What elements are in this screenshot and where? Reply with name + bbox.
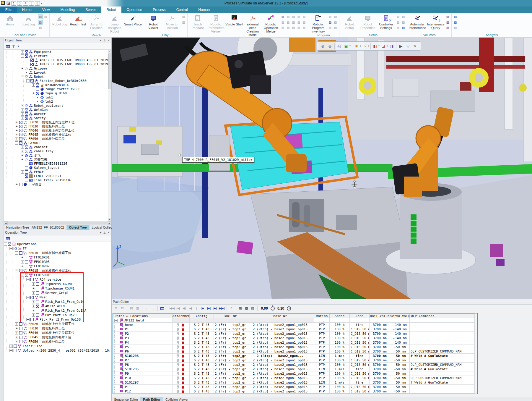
expander-icon[interactable]: − xyxy=(21,54,24,58)
expander-icon[interactable]: + xyxy=(21,117,24,120)
visibility-checkbox[interactable] xyxy=(19,121,22,124)
tree-item-FF040_[interactable]: +FF040''前地板上件定位焊工位 xyxy=(4,128,111,132)
visibility-checkbox[interactable] xyxy=(25,174,28,178)
expander-icon[interactable]: + xyxy=(21,170,24,174)
expander-icon[interactable]: + xyxy=(15,331,18,334)
ring-icon[interactable]: ▧ xyxy=(396,20,401,25)
tree-item-WeldGun[interactable]: +WeldGun xyxy=(4,108,111,112)
column-header-rail-value[interactable]: Rail Value xyxy=(370,314,390,318)
expander-icon[interactable]: − xyxy=(15,269,18,272)
tab-path-editor[interactable]: Path Editor xyxy=(141,397,163,401)
copy-location-icon[interactable]: ▥ xyxy=(135,305,140,311)
path-row-AM132_Weld[interactable]: −AM132_Weld... xyxy=(113,318,474,323)
robot-jog-small-icon[interactable]: ▧ xyxy=(280,20,285,25)
robot-setup-button[interactable]: Robot Setup xyxy=(341,13,358,30)
entity-box-icon[interactable]: ◧ xyxy=(372,43,378,49)
unmount-tool-icon[interactable]: ▧ xyxy=(43,14,48,19)
visibility-checkbox[interactable] xyxy=(19,137,22,140)
visibility-checkbox[interactable] xyxy=(25,75,28,78)
fwd-location-icon[interactable]: ▧ xyxy=(181,14,186,19)
tree-item-Layout[interactable]: Layout xyxy=(4,70,111,75)
tree-item-TipDress_XGUN1[interactable]: +TipDress_XGUN1 xyxy=(4,282,111,286)
tree-item-FF045_[interactable]: +FF045''前地板抓件补焊工位 xyxy=(4,335,111,339)
expander-icon[interactable]: + xyxy=(9,349,13,352)
smart-place-button[interactable]: Smart Place xyxy=(124,13,142,26)
simulation-time-value[interactable]: 0.00 xyxy=(259,306,270,311)
expander-icon[interactable]: + xyxy=(32,92,35,95)
zoom-out-icon[interactable]: ⊖ xyxy=(327,43,333,49)
tree-item-LAYOUT[interactable]: −LAYOUT xyxy=(4,141,111,145)
column-header-motion[interactable]: Motion xyxy=(314,314,330,318)
path-row-P10[interactable]: P10S 2 T 432 (Fr) - tcp2_grip12 (Rtcp) -… xyxy=(113,376,474,380)
interference-query-button[interactable]: ?Interference Query xyxy=(427,13,445,30)
tree-item-Saleen_layout[interactable]: Saleen_layout xyxy=(4,166,111,170)
robot-poses-icon[interactable]: ▧ xyxy=(38,20,43,25)
new-program-icon[interactable]: ▧ xyxy=(333,14,338,19)
tree-item-FENCE_20190321[interactable]: FENCE_20190321 xyxy=(4,174,111,178)
column-header-olp-commands[interactable]: OLP Commands xyxy=(410,314,474,318)
visibility-checkbox[interactable] xyxy=(19,141,22,145)
axis-robot-icon[interactable]: ▧ xyxy=(296,14,301,19)
move-to-location-button[interactable]: Move to Location xyxy=(163,13,180,30)
ribbon-tab-server[interactable]: Server xyxy=(80,7,101,13)
automatic-interference-button[interactable]: Automatic Interference xyxy=(409,13,426,30)
expander-icon[interactable]: + xyxy=(21,158,24,161)
tree-item-FFMESLINE20181226[interactable]: FFMESLINE20181226 xyxy=(4,161,111,166)
expander-icon[interactable]: + xyxy=(15,327,18,330)
tree-item-FF030_[interactable]: +FF030''前地板补焊工位 xyxy=(4,326,111,331)
path-row-5101293[interactable]: 5101293S 2 T 432 (Fr) - tcp2_grip12 (Rtc… xyxy=(113,354,474,358)
customize-columns-icon[interactable] xyxy=(160,305,165,311)
gear-clock-icon[interactable]: ▧ xyxy=(396,14,401,19)
reach-test-button[interactable]: ✓Reach Test xyxy=(69,13,87,26)
expander-icon[interactable]: + xyxy=(15,336,18,339)
visibility-checkbox[interactable] xyxy=(36,313,39,317)
screenshot-icon[interactable] xyxy=(6,1,10,5)
path-row-P3[interactable]: P3S 2 T 432 (Fr) - tcp2_grip12 (Rtcp) - … xyxy=(113,336,474,340)
tree-item-FENCE[interactable]: +FENCE xyxy=(4,170,111,174)
mount-tool-icon[interactable]: ▧ xyxy=(38,25,43,30)
visibility-checkbox[interactable] xyxy=(19,251,22,255)
expander-icon[interactable]: + xyxy=(21,145,24,149)
clear-filter-icon[interactable]: ▨ xyxy=(250,305,256,311)
column-header-paths-locations[interactable]: Paths & Locations xyxy=(113,314,173,318)
tree-item-Upload_kr360r2830_4_-_ps002_30_03_2019_-_10_26_42_[interactable]: +Upload kr360r2830_4 - ps002 (30/03/2019… xyxy=(4,348,111,353)
arc-icon[interactable]: ▧ xyxy=(291,25,296,30)
column-header-base-nr[interactable]: Base Nr xyxy=(246,314,314,318)
jump-assigned-robot-button[interactable]: Jump Assigned Robot xyxy=(106,13,123,33)
visibility-checkbox[interactable] xyxy=(36,100,39,103)
expander-icon[interactable]: + xyxy=(15,129,18,132)
tree-item-FF045_[interactable]: +FF045''前地板抓件补焊工位 xyxy=(4,132,111,137)
visibility-checkbox[interactable] xyxy=(36,305,39,308)
expander-icon[interactable]: + xyxy=(15,137,18,140)
column-header-tool-nr[interactable]: Tool Nr xyxy=(214,314,246,318)
filter-caret-icon[interactable]: ▼ xyxy=(17,45,19,48)
close-icon[interactable]: × xyxy=(107,231,110,234)
tree-item-AM132_FF_015_LG01_UN000_ASS_01_20190218[interactable]: AM132_FF_015_LG01_UN000_ASS_01_20190218 xyxy=(4,58,111,62)
visibility-checkbox[interactable] xyxy=(25,54,28,58)
path-table-vscrollbar[interactable] xyxy=(474,313,477,394)
tree-item-RO4_service[interactable]: −RO4 service xyxy=(4,277,111,282)
solid-box-icon[interactable]: ■ xyxy=(353,43,360,49)
torque-icon[interactable]: ▧ xyxy=(453,25,458,30)
visibility-checkbox[interactable] xyxy=(19,322,22,326)
close-icon[interactable]: × xyxy=(107,39,110,42)
view-preset-6-button[interactable]: 6 xyxy=(29,1,34,6)
download-program-icon[interactable]: ▧ xyxy=(328,20,333,25)
expander-icon[interactable]: + xyxy=(21,265,24,268)
object-tree-vscrollbar[interactable]: ▲ ▼ xyxy=(108,50,111,221)
expander-icon[interactable]: + xyxy=(32,313,35,317)
visibility-checkbox[interactable] xyxy=(25,108,28,111)
ribbon-tab-process[interactable]: Process xyxy=(147,7,171,13)
tab-sequence-editor[interactable]: Sequence Editor xyxy=(112,397,141,401)
expander-icon[interactable]: + xyxy=(21,150,24,153)
path-row-P1[interactable]: P1S 2 T 432 (Fr) - tcp2_grip12 (Rtcp) - … xyxy=(113,327,474,332)
time-chart-icon[interactable]: ▧ xyxy=(453,14,458,19)
tree-item-range_fortec_r2830[interactable]: range_fortec_r2830 xyxy=(4,87,111,91)
visibility-checkbox[interactable] xyxy=(19,125,22,128)
add-location-icon[interactable]: ⊞ xyxy=(113,305,119,311)
visibility-checkbox[interactable] xyxy=(36,96,39,99)
path-row-P6[interactable]: P6S 2 T 432 (Fr) - tcp2_grip12 (Rtcp) - … xyxy=(113,349,474,354)
tree-item-kr360r2830_4[interactable]: +kr360r2830_4 xyxy=(4,83,111,87)
track-icon[interactable]: ▧ xyxy=(302,25,307,30)
tree-item-Pick_Part2_From_Op15A[interactable]: +Pick_Part2_From Op15A xyxy=(4,308,111,313)
